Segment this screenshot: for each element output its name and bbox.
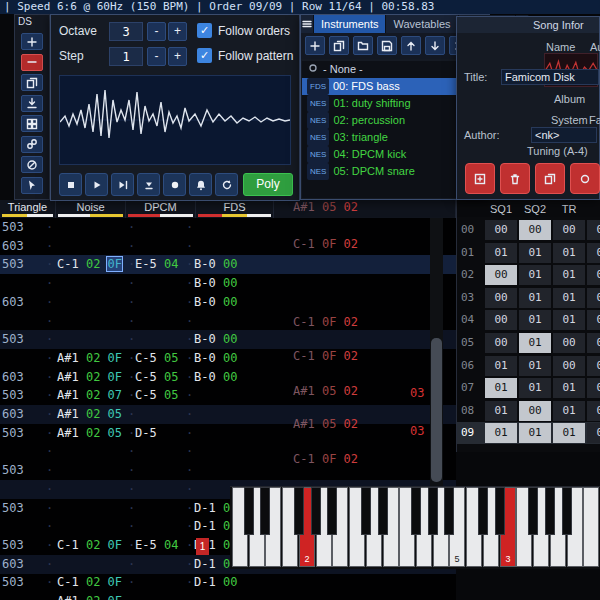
octave-value[interactable]: 3 <box>109 22 143 41</box>
pattern-cell-ch2[interactable]: C-5 05 <box>135 388 178 402</box>
pattern-cell-fds[interactable]: A#1 02 07 <box>57 388 122 402</box>
metronome-button[interactable] <box>189 173 212 196</box>
pattern-cell-clipped[interactable]: 603 <box>2 239 24 253</box>
follow-orders-checkbox[interactable]: ✓ <box>197 23 212 38</box>
pattern-cell-ch3[interactable]: B-0 00 <box>194 257 237 271</box>
song-info-titlebar[interactable]: Song Infor <box>457 17 599 33</box>
pattern-cell-ch3[interactable]: B-0 00 <box>194 351 237 365</box>
order-cell[interactable]: 01 <box>485 423 517 443</box>
poly-mode-button[interactable]: Poly <box>243 173 293 196</box>
follow-pattern-checkbox[interactable]: ✓ <box>197 48 212 63</box>
pattern-row[interactable]: ···603B-0 00 <box>0 293 456 312</box>
order-cell[interactable]: 00 <box>485 220 517 240</box>
order-cell[interactable]: 01 <box>519 423 551 443</box>
order-cell[interactable]: 01 <box>519 333 551 353</box>
channel-header-fds[interactable]: FDS <box>196 200 274 218</box>
order-row-index[interactable]: 03 <box>461 291 474 304</box>
repeat-button[interactable] <box>215 173 238 196</box>
pattern-row[interactable]: ···603A#1 02 05 <box>0 405 456 424</box>
order-row-index[interactable]: 00 <box>461 223 474 236</box>
piano-white-key[interactable] <box>583 487 599 567</box>
pattern-cell-clipped[interactable]: 503 <box>2 220 24 234</box>
piano-black-key[interactable] <box>244 487 254 535</box>
pattern-cell-clipped[interactable]: 603 <box>2 557 24 571</box>
order-cell[interactable]: 00 <box>587 310 600 330</box>
grid-button[interactable] <box>21 115 43 132</box>
pattern-cell-clipped[interactable]: 503 <box>2 501 24 515</box>
octave-decrement-button[interactable]: - <box>147 22 166 41</box>
pattern-cell-clipped[interactable]: 503 <box>2 388 24 402</box>
title-input[interactable]: Famicom Disk <box>501 69 599 85</box>
piano-black-key[interactable] <box>495 487 505 535</box>
pattern-row[interactable]: ···503C-1 02 0FD-1 00 <box>0 573 456 592</box>
order-cell[interactable]: 00 <box>587 265 600 285</box>
pattern-scrollbar-thumb[interactable] <box>431 338 442 482</box>
author-input[interactable]: <nk> <box>531 127 597 143</box>
pattern-cell-clipped[interactable]: 503 <box>2 257 24 271</box>
pattern-cell-ch2[interactable]: E-5 04 <box>135 257 178 271</box>
order-cell[interactable]: 00 <box>485 333 517 353</box>
order-cell[interactable]: 01 <box>553 378 585 398</box>
copy-button[interactable] <box>21 74 43 91</box>
piano-black-key[interactable] <box>294 487 304 535</box>
pattern-cell-clipped[interactable]: 503 <box>2 575 24 589</box>
link-button[interactable] <box>21 136 43 153</box>
delete-sample-button[interactable] <box>500 163 530 194</box>
preview-sample-button[interactable] <box>570 163 600 194</box>
order-cell[interactable]: 01 <box>553 310 585 330</box>
order-cell[interactable]: 02 <box>587 378 600 398</box>
pattern-cell-fds[interactable]: A#1 02 05 <box>57 426 122 440</box>
add-button[interactable] <box>21 33 43 50</box>
move-instrument-down-button[interactable] <box>425 36 445 55</box>
step-row-button[interactable] <box>137 173 160 196</box>
pattern-row[interactable]: ··· <box>0 312 456 331</box>
channel-header-triangle[interactable]: Triangle <box>0 200 56 218</box>
order-cell[interactable]: 01 <box>519 243 551 263</box>
window-menu-button[interactable] <box>301 15 314 33</box>
clone-sample-button[interactable] <box>535 163 565 194</box>
order-cell[interactable]: 01 <box>485 378 517 398</box>
order-row-index[interactable]: 02 <box>461 268 474 281</box>
pattern-row[interactable]: ···503A#1 02 05D-5 <box>0 424 456 443</box>
add-sample-button[interactable] <box>465 163 495 194</box>
order-cell[interactable]: 01 <box>485 243 517 263</box>
piano-black-key[interactable] <box>411 487 421 535</box>
pattern-row[interactable]: ···503B-0 00 <box>0 330 456 349</box>
open-instrument-button[interactable] <box>353 36 373 55</box>
order-cell[interactable]: 00 <box>553 220 585 240</box>
pattern-cell-ch3[interactable]: B-0 00 <box>194 276 237 290</box>
pattern-cell-ch3[interactable]: B-0 00 <box>194 332 237 346</box>
pattern-row[interactable]: ···503 <box>0 461 456 480</box>
order-cell[interactable]: 01 <box>553 423 585 443</box>
move-instrument-up-button[interactable] <box>401 36 421 55</box>
remove-button[interactable] <box>21 54 43 71</box>
step-value[interactable]: 1 <box>109 47 143 66</box>
step-increment-button[interactable]: + <box>168 47 187 66</box>
cursor-button[interactable] <box>21 177 43 194</box>
tab-instruments[interactable]: Instruments <box>314 15 386 33</box>
piano-black-key[interactable] <box>478 487 488 535</box>
disable-button[interactable] <box>21 156 43 173</box>
pattern-cell-fds[interactable]: C-1 02 0F <box>57 575 122 589</box>
order-row-index[interactable]: 05 <box>461 336 474 349</box>
order-cell[interactable]: 02 <box>587 401 600 421</box>
order-cell[interactable]: 00 <box>587 220 600 240</box>
order-cell[interactable]: 00 <box>485 310 517 330</box>
pattern-cell-ch2[interactable]: C-5 05 <box>135 351 178 365</box>
pattern-cell-clipped[interactable]: 603 <box>2 407 24 421</box>
paste-button[interactable] <box>21 95 43 112</box>
order-cell[interactable]: 00 <box>485 265 517 285</box>
tab-wavetables[interactable]: Wavetables <box>386 15 458 33</box>
channel-header-noise[interactable]: Noise <box>56 200 126 218</box>
piano-input-pad[interactable]: 253 <box>230 486 600 569</box>
order-cell[interactable]: 01 <box>553 243 585 263</box>
order-row-index[interactable]: 06 <box>461 359 474 372</box>
pattern-row[interactable]: ···503A#1 02 07C-5 05 <box>0 386 456 405</box>
order-row-index[interactable]: 09 <box>461 426 474 439</box>
pattern-cell-fds[interactable]: C-1 02 0F <box>57 538 122 552</box>
pattern-cell-fds[interactable]: A#1 02 05 <box>57 407 122 421</box>
order-cell[interactable]: 01 <box>519 288 551 308</box>
pattern-row[interactable]: ···B-0 00 <box>0 274 456 293</box>
order-row-index[interactable]: 07 <box>461 381 474 394</box>
piano-black-key[interactable] <box>528 487 538 535</box>
